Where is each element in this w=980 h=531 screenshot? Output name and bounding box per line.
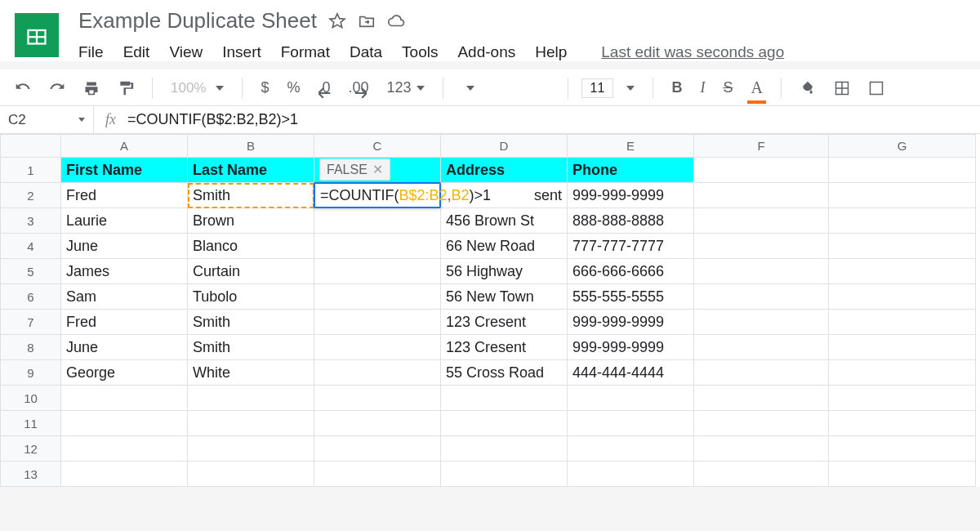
font-size-dropdown[interactable] <box>621 83 639 94</box>
row-header-4[interactable]: 4 <box>1 234 61 259</box>
cell-A13[interactable] <box>61 462 188 487</box>
increase-decimal-button[interactable]: .00 <box>344 76 374 100</box>
cell-B8[interactable]: Smith <box>188 335 314 360</box>
cell-C7[interactable] <box>314 310 441 335</box>
format-currency-button[interactable]: $ <box>256 76 274 100</box>
last-edit-link[interactable]: Last edit was seconds ago <box>601 43 784 61</box>
cell-D10[interactable] <box>441 386 568 411</box>
cell-G10[interactable] <box>829 386 976 411</box>
cell-G5[interactable] <box>829 259 976 284</box>
decrease-decimal-button[interactable]: .0 <box>314 76 336 100</box>
bold-button[interactable]: B <box>666 76 687 100</box>
cell-B7[interactable]: Smith <box>188 310 314 335</box>
cell-A12[interactable] <box>61 436 188 462</box>
cell-A5[interactable]: James <box>61 259 188 284</box>
name-box[interactable]: C2 <box>0 106 94 133</box>
row-header-10[interactable]: 10 <box>1 386 61 411</box>
spreadsheet-grid[interactable]: A B C D E F G 1 First Name Last Name Add… <box>0 134 980 487</box>
cell-A3[interactable]: Laurie <box>61 208 188 234</box>
print-icon[interactable] <box>78 77 105 100</box>
cell-B1[interactable]: Last Name <box>188 158 314 183</box>
col-header-G[interactable]: G <box>829 135 976 158</box>
cell-E2[interactable]: 999-999-9999 <box>568 183 694 208</box>
col-header-A[interactable]: A <box>61 135 188 158</box>
cell-F10[interactable] <box>694 386 829 411</box>
cell-B12[interactable] <box>188 436 314 462</box>
col-header-F[interactable]: F <box>694 135 829 158</box>
cell-E8[interactable]: 999-999-9999 <box>568 335 694 360</box>
cell-F5[interactable] <box>694 259 829 284</box>
text-color-button[interactable]: A <box>746 75 767 100</box>
menu-format[interactable]: Format <box>281 43 330 61</box>
cell-D5[interactable]: 56 Highway <box>441 259 568 284</box>
cell-G9[interactable] <box>829 360 976 386</box>
cell-E5[interactable]: 666-666-6666 <box>568 259 694 284</box>
cell-G11[interactable] <box>829 411 976 436</box>
italic-button[interactable]: I <box>695 76 710 100</box>
cell-B2[interactable]: Smith <box>188 183 314 208</box>
menu-view[interactable]: View <box>169 43 203 61</box>
font-family-dropdown[interactable] <box>457 83 555 94</box>
cell-F2[interactable] <box>694 183 829 208</box>
cell-C6[interactable] <box>314 284 441 310</box>
cell-C10[interactable] <box>314 386 441 411</box>
row-header-9[interactable]: 9 <box>1 360 61 386</box>
move-folder-icon[interactable] <box>358 12 376 30</box>
cell-D8[interactable]: 123 Cresent <box>441 335 568 360</box>
cell-E13[interactable] <box>568 462 694 487</box>
cell-F12[interactable] <box>694 436 829 462</box>
cell-F13[interactable] <box>694 462 829 487</box>
menu-edit[interactable]: Edit <box>123 43 150 61</box>
cell-G13[interactable] <box>829 462 976 487</box>
row-header-11[interactable]: 11 <box>1 411 61 436</box>
col-header-C[interactable]: C <box>314 135 441 158</box>
sheets-logo-icon[interactable] <box>15 13 59 57</box>
cell-G12[interactable] <box>829 436 976 462</box>
cell-F6[interactable] <box>694 284 829 310</box>
cell-G3[interactable] <box>829 208 976 234</box>
cell-B13[interactable] <box>188 462 314 487</box>
cell-A2[interactable]: Fred <box>61 183 188 208</box>
col-header-D[interactable]: D <box>441 135 568 158</box>
col-header-E[interactable]: E <box>568 135 694 158</box>
menu-addons[interactable]: Add-ons <box>457 43 515 61</box>
cell-editor[interactable]: =COUNTIF(B$2:B2,B2)>1 <box>314 182 441 208</box>
cell-B6[interactable]: Tubolo <box>188 284 314 310</box>
cell-B11[interactable] <box>188 411 314 436</box>
cell-E6[interactable]: 555-555-5555 <box>568 284 694 310</box>
select-all-corner[interactable] <box>1 135 61 158</box>
cell-G8[interactable] <box>829 335 976 360</box>
borders-icon[interactable] <box>829 77 855 100</box>
menu-insert[interactable]: Insert <box>222 43 261 61</box>
menu-tools[interactable]: Tools <box>402 43 438 61</box>
cell-B4[interactable]: Blanco <box>188 234 314 259</box>
cell-C9[interactable] <box>314 360 441 386</box>
cell-E11[interactable] <box>568 411 694 436</box>
merge-cells-icon[interactable] <box>863 77 889 100</box>
cell-F11[interactable] <box>694 411 829 436</box>
cell-F3[interactable] <box>694 208 829 234</box>
cell-A11[interactable] <box>61 411 188 436</box>
cell-A10[interactable] <box>61 386 188 411</box>
cell-D12[interactable] <box>441 436 568 462</box>
cell-F8[interactable] <box>694 335 829 360</box>
cell-G7[interactable] <box>829 310 976 335</box>
cell-A9[interactable]: George <box>61 360 188 386</box>
col-header-B[interactable]: B <box>188 135 314 158</box>
cell-D7[interactable]: 123 Cresent <box>441 310 568 335</box>
zoom-dropdown[interactable]: 100% <box>166 77 229 100</box>
cell-F7[interactable] <box>694 310 829 335</box>
cell-C8[interactable] <box>314 335 441 360</box>
cell-B9[interactable]: White <box>188 360 314 386</box>
strikethrough-button[interactable]: S <box>718 76 737 100</box>
redo-icon[interactable] <box>44 77 70 100</box>
row-header-3[interactable]: 3 <box>1 208 61 234</box>
star-icon[interactable] <box>328 12 346 30</box>
cell-C13[interactable] <box>314 462 441 487</box>
cell-A4[interactable]: June <box>61 234 188 259</box>
cell-E9[interactable]: 444-444-4444 <box>568 360 694 386</box>
cell-D6[interactable]: 56 New Town <box>441 284 568 310</box>
undo-icon[interactable] <box>10 77 36 100</box>
cell-C12[interactable] <box>314 436 441 462</box>
row-header-12[interactable]: 12 <box>1 436 61 462</box>
